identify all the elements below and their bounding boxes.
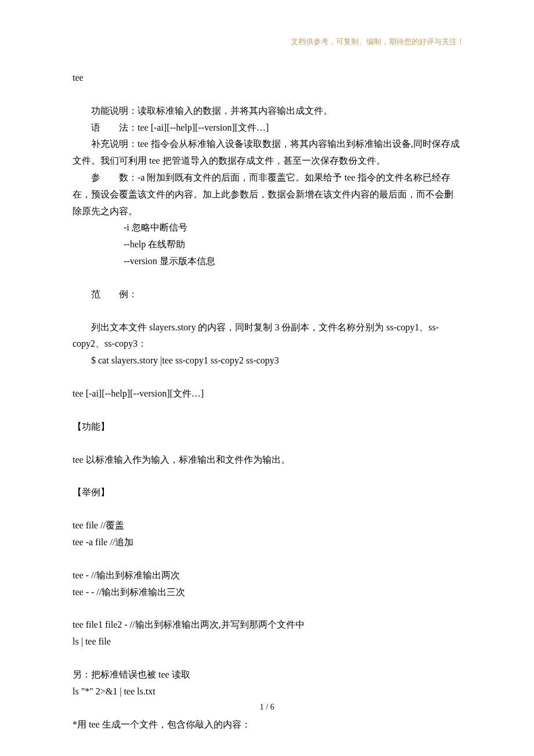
blank-line (73, 87, 461, 103)
text-line: *用 tee 生成一个文件，包含你敲入的内容： (73, 717, 461, 733)
text-line: $ cat slayers.story |tee ss-copy1 ss-cop… (73, 352, 461, 369)
text-line: 范 例： (73, 286, 461, 303)
text-line: tee file //覆盖 (73, 517, 461, 534)
blank-line (73, 402, 461, 419)
blank-line (73, 468, 461, 484)
text-line: 【举例】 (73, 484, 461, 501)
text-line: tee - - //输出到标准输出三次 (73, 584, 461, 601)
text-line: 语 法：tee [-ai][--help][--version][文件…] (73, 120, 461, 136)
text-line: tee file1 file2 - //输出到标准输出两次,并写到那两个文件中 (73, 617, 461, 633)
text-line: tee 以标准输入作为输入，标准输出和文件作为输出。 (73, 452, 461, 469)
text-line: ls | tee file (73, 633, 461, 650)
blank-line (73, 501, 461, 517)
text-line: -i 忽略中断信号 (73, 219, 461, 236)
text-line: ls "*" 2>&1 | tee ls.txt (73, 683, 461, 700)
text-line: 【功能】 (73, 419, 461, 435)
document-body: tee 功能说明：读取标准输入的数据，并将其内容输出成文件。 语 法：tee [… (0, 0, 534, 733)
text-line: 列出文本文件 slayers.story 的内容，同时复制 3 份副本，文件名称… (73, 319, 461, 353)
text-line: tee - //输出到标准输出两次 (73, 567, 461, 584)
text-line: 功能说明：读取标准输入的数据，并将其内容输出成文件。 (73, 103, 461, 120)
text-line: --help 在线帮助 (73, 236, 461, 253)
blank-line (73, 435, 461, 452)
blank-line (73, 650, 461, 667)
blank-line (73, 551, 461, 567)
text-line: 参 数：-a 附加到既有文件的后面，而非覆盖它。如果给予 tee 指令的文件名称… (73, 170, 461, 219)
text-line: tee [-ai][--help][--version][文件…] (73, 386, 461, 402)
blank-line (73, 303, 461, 319)
text-line: 另：把标准错误也被 tee 读取 (73, 667, 461, 683)
blank-line (73, 369, 461, 386)
blank-line (73, 600, 461, 617)
text-line: tee -a file //追加 (73, 534, 461, 551)
page-number: 1 / 6 (0, 700, 534, 714)
blank-line (73, 270, 461, 286)
text-line: --version 显示版本信息 (73, 253, 461, 270)
text-line: tee (73, 70, 461, 87)
text-line: 补充说明：tee 指令会从标准输入设备读取数据，将其内容输出到标准输出设备,同时… (73, 136, 461, 170)
document-header-note: 文档供参考，可复制、编制，期待您的好评与关注！ (291, 35, 464, 48)
